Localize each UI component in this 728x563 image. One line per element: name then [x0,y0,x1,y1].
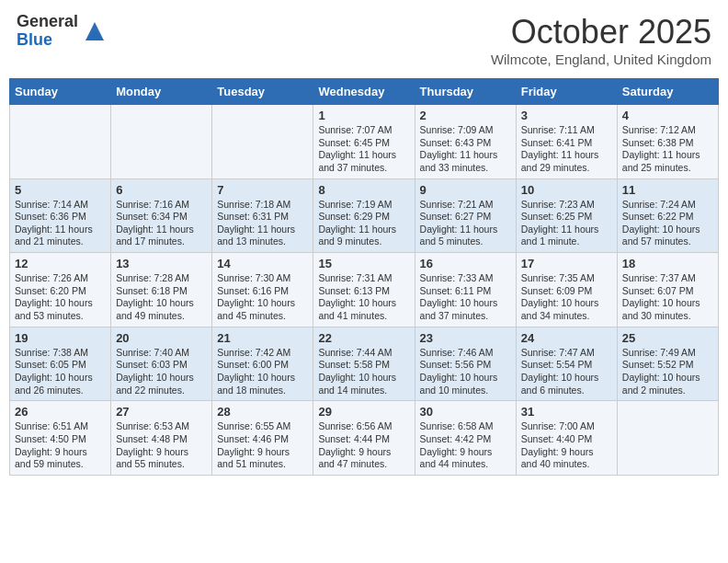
day-info: Sunrise: 7:26 AM [15,272,106,285]
day-info: Sunset: 4:48 PM [116,433,207,446]
day-info: Daylight: 11 hours and 9 minutes. [318,224,409,248]
day-number: 30 [420,405,511,419]
day-info: Sunset: 6:27 PM [420,211,511,224]
calendar-cell: 26Sunrise: 6:51 AMSunset: 4:50 PMDayligh… [10,401,111,476]
day-info: Sunrise: 7:18 AM [217,199,308,212]
day-info: Sunrise: 7:35 AM [521,272,612,285]
day-info: Sunrise: 7:42 AM [217,347,308,360]
day-number: 17 [521,257,612,270]
day-number: 9 [420,183,511,197]
day-number: 6 [116,183,207,197]
day-header-friday: Friday [516,79,617,105]
day-number: 3 [521,109,612,122]
day-info: Sunset: 6:05 PM [15,359,106,372]
day-header-monday: Monday [111,79,212,105]
day-info: Daylight: 10 hours and 57 minutes. [622,224,713,248]
calendar-header-row: SundayMondayTuesdayWednesdayThursdayFrid… [10,79,719,105]
day-number: 23 [420,331,511,345]
day-info: Daylight: 10 hours and 37 minutes. [420,297,511,322]
day-number: 8 [318,183,409,197]
day-info: Daylight: 10 hours and 22 minutes. [116,372,207,396]
day-info: Sunset: 5:56 PM [420,359,511,372]
calendar-cell: 27Sunrise: 6:53 AMSunset: 4:48 PMDayligh… [111,401,212,476]
day-info: Sunset: 6:16 PM [217,285,308,298]
logo-general-text: General [17,13,78,31]
day-info: Sunset: 6:07 PM [622,285,713,298]
calendar-cell: 14Sunrise: 7:30 AMSunset: 6:16 PMDayligh… [212,253,313,327]
day-info: Daylight: 10 hours and 14 minutes. [318,372,409,396]
day-info: Daylight: 9 hours and 44 minutes. [420,446,511,471]
day-info: Daylight: 11 hours and 37 minutes. [318,149,409,174]
day-header-wednesday: Wednesday [313,79,415,105]
day-info: Sunrise: 6:56 AM [318,420,409,433]
day-info: Daylight: 11 hours and 1 minute. [521,224,612,248]
calendar-cell [617,401,718,476]
logo-blue-text: Blue [17,31,78,50]
calendar-cell: 21Sunrise: 7:42 AMSunset: 6:00 PMDayligh… [212,327,313,401]
calendar-cell: 10Sunrise: 7:23 AMSunset: 6:25 PMDayligh… [516,178,617,253]
calendar-cell: 17Sunrise: 7:35 AMSunset: 6:09 PMDayligh… [516,253,617,327]
day-info: Sunset: 4:40 PM [521,433,612,446]
day-info: Daylight: 9 hours and 59 minutes. [15,446,106,471]
day-info: Daylight: 9 hours and 51 minutes. [217,446,308,471]
calendar-cell: 16Sunrise: 7:33 AMSunset: 6:11 PMDayligh… [415,253,516,327]
day-info: Daylight: 10 hours and 49 minutes. [116,297,207,322]
calendar-cell: 23Sunrise: 7:46 AMSunset: 5:56 PMDayligh… [415,327,516,401]
calendar-cell: 15Sunrise: 7:31 AMSunset: 6:13 PMDayligh… [313,253,415,327]
calendar-cell: 18Sunrise: 7:37 AMSunset: 6:07 PMDayligh… [617,253,718,327]
day-number: 16 [420,257,511,270]
day-info: Sunrise: 7:38 AM [15,347,106,360]
calendar-cell [111,105,212,179]
page-header: General Blue October 2025 Wilmcote, Engl… [9,9,719,71]
calendar-cell: 29Sunrise: 6:56 AMSunset: 4:44 PMDayligh… [313,401,415,476]
day-number: 31 [521,405,612,419]
day-info: Sunrise: 7:24 AM [622,199,713,212]
calendar-title: October 2025 [491,13,711,52]
day-number: 14 [217,257,308,270]
day-number: 28 [217,405,308,419]
day-info: Daylight: 10 hours and 2 minutes. [622,372,713,396]
day-info: Daylight: 9 hours and 55 minutes. [116,446,207,471]
day-number: 11 [622,183,713,197]
day-info: Sunrise: 6:58 AM [420,420,511,433]
day-info: Daylight: 10 hours and 53 minutes. [15,297,106,322]
day-info: Sunrise: 7:30 AM [217,272,308,285]
day-info: Sunset: 6:25 PM [521,211,612,224]
day-info: Daylight: 10 hours and 41 minutes. [318,297,409,322]
calendar-cell: 30Sunrise: 6:58 AMSunset: 4:42 PMDayligh… [415,401,516,476]
day-info: Sunrise: 7:19 AM [318,199,409,212]
day-number: 22 [318,331,409,345]
calendar-week-row: 19Sunrise: 7:38 AMSunset: 6:05 PMDayligh… [10,327,719,401]
calendar-cell: 31Sunrise: 7:00 AMSunset: 4:40 PMDayligh… [516,401,617,476]
day-info: Daylight: 11 hours and 13 minutes. [217,224,308,248]
day-info: Sunset: 6:38 PM [622,137,713,150]
calendar-cell: 28Sunrise: 6:55 AMSunset: 4:46 PMDayligh… [212,401,313,476]
day-info: Daylight: 10 hours and 34 minutes. [521,297,612,322]
calendar-cell: 1Sunrise: 7:07 AMSunset: 6:45 PMDaylight… [313,105,415,179]
day-info: Sunset: 6:18 PM [116,285,207,298]
day-info: Daylight: 11 hours and 29 minutes. [521,149,612,174]
day-info: Sunset: 6:41 PM [521,137,612,150]
day-info: Sunrise: 7:23 AM [521,199,612,212]
day-info: Daylight: 9 hours and 47 minutes. [318,446,409,471]
day-header-saturday: Saturday [617,79,718,105]
day-number: 7 [217,183,308,197]
day-info: Daylight: 10 hours and 6 minutes. [521,372,612,396]
day-info: Sunset: 6:13 PM [318,285,409,298]
day-info: Sunrise: 7:12 AM [622,124,713,137]
day-info: Sunset: 5:52 PM [622,359,713,372]
day-info: Sunset: 6:11 PM [420,285,511,298]
calendar-week-row: 1Sunrise: 7:07 AMSunset: 6:45 PMDaylight… [10,105,719,179]
day-info: Sunrise: 7:21 AM [420,199,511,212]
day-info: Sunrise: 7:00 AM [521,420,612,433]
day-info: Sunset: 6:22 PM [622,211,713,224]
day-info: Sunrise: 7:28 AM [116,272,207,285]
calendar-subtitle: Wilmcote, England, United Kingdom [491,52,711,67]
day-info: Daylight: 11 hours and 21 minutes. [15,224,106,248]
title-block: October 2025 Wilmcote, England, United K… [491,13,711,67]
day-info: Sunset: 6:20 PM [15,285,106,298]
calendar-cell: 20Sunrise: 7:40 AMSunset: 6:03 PMDayligh… [111,327,212,401]
calendar-cell: 5Sunrise: 7:14 AMSunset: 6:36 PMDaylight… [10,178,111,253]
day-number: 25 [622,331,713,345]
day-info: Sunrise: 7:07 AM [318,124,409,137]
